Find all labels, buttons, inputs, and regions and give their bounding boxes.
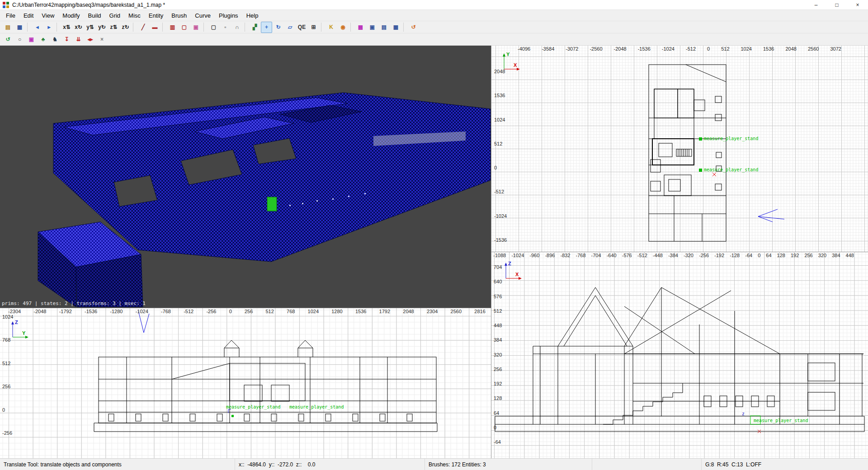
entity-inspector-button[interactable]: ▣ bbox=[367, 22, 378, 33]
selection-lock-button[interactable]: ▣ bbox=[26, 34, 37, 45]
csg-hollow-button[interactable]: ▢ bbox=[179, 22, 190, 33]
entity-label[interactable]: measure_player_stand bbox=[226, 405, 280, 409]
resize-tool-button[interactable]: ⊞ bbox=[308, 22, 319, 33]
camera-preview-button[interactable]: ◉ bbox=[337, 22, 349, 33]
rotate-z-button[interactable]: z↻ bbox=[120, 22, 131, 33]
texture-lock-button[interactable]: K bbox=[326, 22, 337, 33]
redo-button[interactable]: ▸ bbox=[43, 22, 55, 33]
menu-entity[interactable]: Entity bbox=[145, 11, 168, 20]
ruler-label: -960 bbox=[529, 253, 539, 258]
entity-label[interactable]: measure_player_stand bbox=[754, 418, 808, 423]
ruler-label: 320 bbox=[818, 253, 826, 258]
menu-brush[interactable]: Brush bbox=[167, 11, 191, 20]
show-models-button[interactable]: ♣ bbox=[38, 34, 49, 45]
camera-viewport-3d[interactable]: prims: 497 | states: 2 | transforms: 3 |… bbox=[0, 46, 491, 308]
toolbar-separator bbox=[350, 23, 353, 32]
menu-build[interactable]: Build bbox=[84, 11, 105, 20]
status-grid-info: G:8 R:45 C:13 L:OFF bbox=[702, 459, 868, 470]
rotate-tool-button[interactable]: ↻ bbox=[273, 22, 284, 33]
ruler-label: 2048 bbox=[494, 69, 505, 74]
change-views-button[interactable]: ▞ bbox=[249, 22, 260, 33]
ruler-label: 2048 bbox=[403, 309, 414, 314]
select-touching-button[interactable]: ▢ bbox=[208, 22, 219, 33]
ruler-label: -1792 bbox=[59, 309, 72, 314]
ruler-label: 0 bbox=[758, 253, 760, 258]
background-image-button[interactable]: × bbox=[96, 34, 108, 45]
viewport-2d-xz[interactable]: z -1088-1024-960-896-832-768-704-640-576… bbox=[491, 252, 868, 458]
menu-view[interactable]: View bbox=[38, 11, 58, 20]
toolbar-separator bbox=[162, 23, 165, 32]
ruler-label: -1536 bbox=[85, 309, 97, 314]
flip-z-button[interactable]: z⇅ bbox=[108, 22, 119, 33]
qe-drag-tool-button[interactable]: QE bbox=[296, 22, 307, 33]
menu-plugins[interactable]: Plugins bbox=[215, 11, 242, 20]
refresh-models-button[interactable]: ↺ bbox=[408, 22, 419, 33]
menu-file[interactable]: File bbox=[2, 11, 19, 20]
filter-entities-button[interactable]: ♞ bbox=[49, 34, 61, 45]
axis-letter-x: X bbox=[515, 272, 519, 277]
toolbar-separator bbox=[321, 23, 324, 32]
toolbar-separator bbox=[27, 23, 30, 32]
ruler-label: 2560 bbox=[451, 309, 462, 314]
app-icon bbox=[2, 1, 9, 9]
ruler-label: -1536 bbox=[494, 238, 507, 243]
cap-curve-button[interactable]: ∩ bbox=[231, 22, 243, 33]
clipper-tool-button[interactable]: ╱ bbox=[137, 22, 149, 33]
entity-label[interactable]: measure_player_stand bbox=[704, 168, 758, 172]
texture-browser-button[interactable]: ▦ bbox=[390, 22, 401, 33]
close-button[interactable]: × bbox=[847, 0, 868, 9]
ruler-label: -2560 bbox=[590, 47, 602, 52]
toolbar-separator bbox=[245, 23, 247, 32]
ruler-label: 128 bbox=[494, 396, 502, 401]
save-button[interactable]: ▦ bbox=[14, 22, 25, 33]
free-rotation-button[interactable]: ↺ bbox=[2, 34, 14, 45]
ruler-label: -448 bbox=[653, 253, 663, 258]
ruler-label: 64 bbox=[494, 411, 499, 416]
translate-tool-button[interactable]: + bbox=[261, 22, 272, 33]
move-down-button[interactable]: ⇊ bbox=[73, 34, 84, 45]
menu-modify[interactable]: Modify bbox=[58, 11, 84, 20]
rotate-x-button[interactable]: x↻ bbox=[73, 22, 84, 33]
map-elevation-drawing bbox=[0, 308, 491, 458]
center-on-selection-button[interactable]: ◂▸ bbox=[85, 34, 96, 45]
console-button[interactable]: ▤ bbox=[378, 22, 390, 33]
xz-vertical-ruler: 704640576512448384320256192128640-64 bbox=[494, 265, 502, 445]
select-inside-button[interactable]: ▫ bbox=[220, 22, 231, 33]
xy-horizontal-ruler: -4096-3584-3072-2560-2048-1536-1024-5120… bbox=[518, 47, 841, 52]
menu-curve[interactable]: Curve bbox=[191, 11, 215, 20]
minimize-button[interactable]: – bbox=[806, 0, 826, 9]
ruler-label: -1024 bbox=[136, 309, 148, 314]
ruler-label: -2048 bbox=[614, 47, 627, 52]
flip-y-button[interactable]: y⇅ bbox=[85, 22, 96, 33]
toolbar-main: ▤▦◂▸x⇅x↻y⇅y↻z⇅z↻╱▬▥▢▣▢▫∩▞+↻▱QE⊞K◉▩▣▤▦↺ bbox=[0, 21, 868, 33]
ruler-label: -1088 bbox=[493, 253, 506, 258]
open-button[interactable]: ▤ bbox=[2, 22, 14, 33]
free-scaling-button[interactable]: ○ bbox=[14, 34, 25, 45]
entity-label[interactable]: measure_player_stand bbox=[289, 405, 344, 409]
menu-edit[interactable]: Edit bbox=[19, 11, 38, 20]
drop-to-floor-button[interactable]: ↧ bbox=[61, 34, 72, 45]
ruler-label: -640 bbox=[607, 253, 617, 258]
csg-make-room-button[interactable]: ▣ bbox=[190, 22, 202, 33]
map-section-drawing: z bbox=[491, 252, 868, 458]
rotate-y-button[interactable]: y↻ bbox=[96, 22, 108, 33]
flip-x-button[interactable]: x⇅ bbox=[61, 22, 72, 33]
texture-mode-button[interactable]: ▩ bbox=[355, 22, 366, 33]
ruler-label: -256 bbox=[206, 309, 216, 314]
maximize-button[interactable]: □ bbox=[826, 0, 847, 9]
toolbar-separator bbox=[133, 23, 136, 32]
scale-tool-button[interactable]: ▱ bbox=[284, 22, 296, 33]
menu-help[interactable]: Help bbox=[242, 11, 263, 20]
menu-grid[interactable]: Grid bbox=[105, 11, 125, 20]
viewport-2d-xy[interactable]: -4096-3584-3072-2560-2048-1536-1024-5120… bbox=[491, 46, 868, 252]
ruler-label: -1536 bbox=[638, 47, 651, 52]
axis-letter-y: Y bbox=[506, 52, 509, 57]
undo-button[interactable]: ◂ bbox=[32, 22, 43, 33]
viewport-2d-yz[interactable]: -2304-2048-1792-1536-1280-1024-768-512-2… bbox=[0, 308, 491, 458]
ruler-label: 448 bbox=[846, 253, 854, 258]
menu-misc[interactable]: Misc bbox=[124, 11, 145, 20]
csg-subtract-button[interactable]: ▬ bbox=[149, 22, 160, 33]
csg-merge-button[interactable]: ▥ bbox=[167, 22, 178, 33]
entity-label[interactable]: measure_player_stand bbox=[704, 136, 758, 141]
ruler-label: 512 bbox=[265, 309, 274, 314]
